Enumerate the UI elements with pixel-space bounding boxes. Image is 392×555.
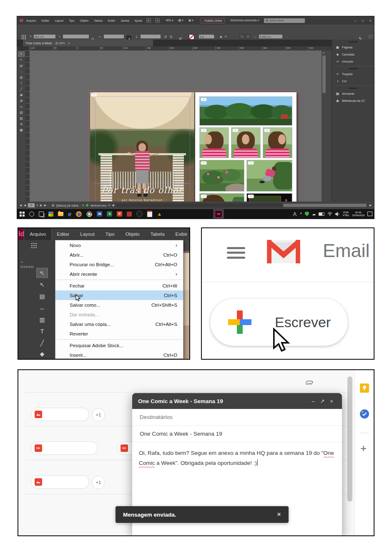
- calendar-icon[interactable]: [147, 211, 152, 217]
- scale-x-field[interactable]: [104, 35, 124, 38]
- panel-button-tracado[interactable]: ≡Traçado: [332, 71, 374, 78]
- wrap-around-icon[interactable]: [246, 34, 250, 39]
- attachment-chip-image[interactable]: [31, 408, 89, 421]
- close-button[interactable]: ×: [367, 18, 374, 23]
- subject-input[interactable]: [139, 430, 335, 437]
- preflight-profile-icon[interactable]: ▤: [52, 204, 54, 207]
- first-page-icon[interactable]: ◀: [20, 204, 22, 207]
- stock-button[interactable]: St: [155, 18, 160, 23]
- expand-panels-icon[interactable]: »: [21, 260, 23, 264]
- x-field[interactable]: [34, 35, 55, 38]
- message-body[interactable]: Oi, Rafa, tudo bem? Segue em anexo a min…: [132, 442, 342, 474]
- rectangle-tool[interactable]: ▭: [18, 104, 24, 109]
- panel-button-vinculos[interactable]: ∞Vínculos: [332, 58, 374, 65]
- file-explorer-icon[interactable]: [58, 212, 63, 216]
- excel-icon[interactable]: X: [107, 211, 112, 217]
- menu-layout[interactable]: Layout: [75, 228, 100, 240]
- reference-point-grid[interactable]: [21, 35, 26, 40]
- publish-online-button[interactable]: ↑ Publish Online: [200, 18, 225, 23]
- wrap-none-icon[interactable]: [240, 34, 244, 39]
- people-icon[interactable]: [293, 212, 297, 216]
- menu-janela[interactable]: Janela: [121, 19, 129, 22]
- menu-arquivo[interactable]: Arquivo: [26, 19, 36, 22]
- edge-icon[interactable]: e: [68, 210, 71, 217]
- menu-tipo[interactable]: Tipo: [69, 19, 74, 22]
- language-indicator[interactable]: PORPTB2: [343, 211, 349, 217]
- speaker-icon[interactable]: [335, 212, 340, 216]
- zoom-level-dropdown[interactable]: 48% ▾: [166, 19, 173, 22]
- wifi-icon[interactable]: [327, 212, 332, 216]
- tray-expand-icon[interactable]: ^: [300, 212, 302, 216]
- menu-tabela[interactable]: Tabela: [145, 228, 170, 240]
- toast-close-icon[interactable]: ×: [277, 510, 281, 519]
- media-player-icon[interactable]: [136, 211, 143, 217]
- clock[interactable]: 20:4615/04/2019: [352, 211, 364, 217]
- comic-panel-garden[interactable]: ∞: [199, 160, 244, 192]
- google-tasks-icon[interactable]: [360, 409, 369, 419]
- style-name[interactable]: [Básico] (de trabal...: [56, 204, 80, 207]
- scroll-left-icon[interactable]: ◀: [112, 204, 114, 207]
- type-tool[interactable]: T: [18, 81, 24, 86]
- width-field[interactable]: [63, 35, 89, 38]
- powerpoint-icon[interactable]: P: [117, 211, 122, 217]
- menu-layout[interactable]: Layout: [55, 19, 63, 22]
- menu-objeto[interactable]: Objeto: [120, 228, 145, 240]
- expand-icon[interactable]: ↗: [318, 398, 327, 404]
- menu-item-salvar-como[interactable]: Salvar como...Ctrl+Shift+S: [55, 300, 183, 310]
- effects-icon[interactable]: ▣: [220, 35, 222, 38]
- document-tab[interactable]: *One Comic a Week @ 48% ×: [23, 40, 153, 46]
- firefox-icon[interactable]: [76, 211, 82, 217]
- menu-item-abrir[interactable]: Abrir...Ctrl+O: [55, 250, 183, 260]
- comic-panel-portrait-3[interactable]: ∞: [263, 127, 292, 158]
- task-view-icon[interactable]: [39, 212, 44, 217]
- direct-selection-tool[interactable]: ↖: [37, 280, 48, 289]
- comic-panel-camera-view[interactable]: ∞: [246, 193, 292, 202]
- gradient-tool[interactable]: ▨: [18, 116, 24, 121]
- content-collector-tool[interactable]: ▥: [18, 75, 24, 80]
- menu-item-procurar-bridge[interactable]: Procurar no Bridge...Ctrl+Alt+O: [55, 260, 183, 269]
- restore-button[interactable]: □: [359, 18, 367, 23]
- page-list-caret[interactable]: ▾: [37, 204, 38, 207]
- pen-tool[interactable]: ◆: [18, 93, 24, 97]
- inbox-scrollbar[interactable]: [347, 376, 352, 502]
- comic-panel-kneeling[interactable]: ∞: [246, 160, 292, 192]
- menu-arquivo[interactable]: Arquivo: [24, 228, 51, 240]
- scrollbar-thumb[interactable]: [283, 204, 367, 207]
- menu-exibir[interactable]: Exibir: [170, 228, 190, 240]
- document-page-comic[interactable]: ∞ ∞ ∞ ∞: [195, 92, 297, 202]
- menu-editar[interactable]: Editar: [51, 228, 75, 240]
- type-tool[interactable]: T: [37, 327, 48, 336]
- chrome-icon[interactable]: [86, 211, 92, 217]
- bridge-button[interactable]: Br: [146, 18, 151, 23]
- comic-panel-portrait-1[interactable]: ∞: [199, 127, 229, 158]
- compose-titlebar[interactable]: One Comic a Week - Semana 19 – ↗ ×: [132, 393, 342, 409]
- rotation-field[interactable]: [141, 35, 161, 38]
- preflight-caret[interactable]: ▾: [108, 204, 110, 207]
- style-caret[interactable]: ▾: [83, 204, 84, 207]
- attachment-chip-pdf[interactable]: PDF: [31, 441, 98, 455]
- next-page-icon[interactable]: ▶: [40, 204, 42, 207]
- word-icon[interactable]: W: [97, 211, 102, 217]
- screen-mode-dropdown[interactable]: ▣ ▾: [188, 19, 193, 22]
- more-attachments-badge[interactable]: +1: [92, 476, 105, 489]
- dock-drag-handle[interactable]: [349, 68, 358, 69]
- dock-drag-handle[interactable]: [349, 41, 358, 43]
- minimize-icon[interactable]: –: [309, 398, 318, 404]
- add-addon-icon[interactable]: +: [360, 442, 367, 455]
- document-canvas[interactable]: Por trás do olhar por Heloisa Ballaminut…: [30, 50, 327, 202]
- line-tool[interactable]: ╱: [37, 338, 48, 348]
- google-keep-icon[interactable]: [360, 383, 369, 393]
- menu-item-salvar[interactable]: SalvarCtrl+S: [55, 290, 183, 300]
- menu-item-novo[interactable]: Novo›: [55, 240, 183, 250]
- line-tool[interactable]: ╱: [18, 87, 24, 91]
- content-collector-tool[interactable]: ▥: [37, 315, 48, 324]
- recipients-row[interactable]: [132, 409, 342, 426]
- panel-button-paginas[interactable]: ▣Páginas: [332, 44, 374, 51]
- stroke-swatch-none[interactable]: [189, 34, 194, 40]
- onedrive-icon[interactable]: ☁: [312, 212, 316, 216]
- defender-icon[interactable]: [305, 212, 309, 216]
- gap-tool[interactable]: ↔: [18, 69, 24, 74]
- horizontal-scrollbar[interactable]: [116, 203, 367, 207]
- attachment-chip-image[interactable]: [31, 475, 89, 489]
- menu-item-abrir-recente[interactable]: Abrir recente›: [55, 269, 183, 279]
